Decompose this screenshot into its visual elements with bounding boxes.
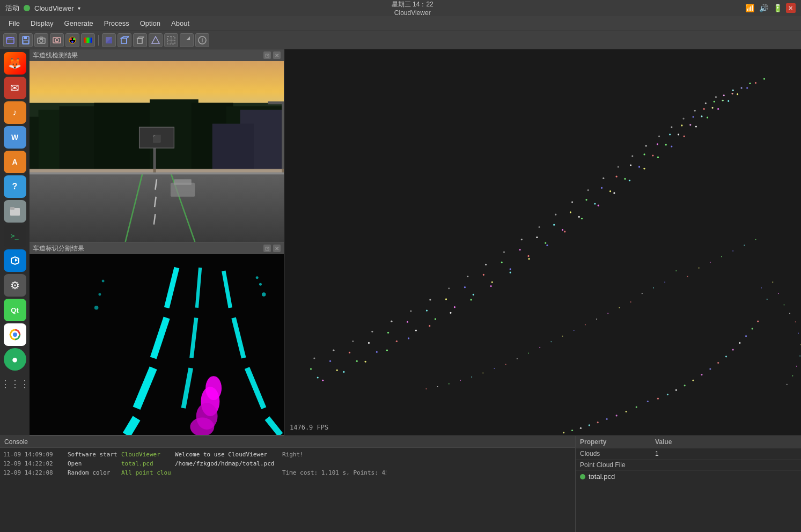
toolbar-gradient-btn[interactable] — [81, 33, 95, 47]
toolbar-shape-btn[interactable] — [149, 33, 163, 47]
svg-point-144 — [732, 90, 734, 91]
toolbar-transform-btn[interactable] — [180, 33, 194, 47]
main-content: 🦊 ✉ ♪ W A ? >_ ⚙ Qt ● — [0, 49, 801, 435]
svg-point-213 — [585, 324, 586, 325]
svg-point-221 — [494, 368, 495, 369]
dock-settings[interactable]: ⚙ — [4, 274, 26, 297]
lane-segmentation-title: 车道标识分割结果 — [33, 244, 84, 253]
svg-point-251 — [597, 422, 599, 423]
dropdown-arrow[interactable]: ▾ — [78, 5, 80, 11]
svg-point-247 — [616, 415, 618, 416]
svg-point-163 — [464, 286, 466, 288]
svg-point-127 — [609, 190, 611, 192]
prop-value-clouds: 1 — [655, 450, 797, 457]
dock-grid[interactable]: ⋮⋮⋮ — [4, 373, 26, 395]
dock-help[interactable]: ? — [4, 175, 26, 198]
dock-qt[interactable]: Qt — [4, 299, 26, 321]
fps-counter: 1476.9 FPS — [290, 424, 328, 431]
svg-point-99 — [613, 192, 615, 194]
prop-table: Property Value Clouds 1 Point Cloud File… — [576, 436, 801, 532]
svg-point-190 — [448, 287, 450, 289]
svg-rect-20 — [137, 39, 142, 43]
activity-label[interactable]: 活动 — [5, 3, 19, 13]
svg-point-159 — [536, 237, 538, 238]
dock-text-editor[interactable]: A — [4, 151, 26, 173]
svg-point-202 — [653, 287, 654, 289]
menu-process[interactable]: Process — [100, 18, 134, 29]
svg-point-122 — [678, 134, 679, 135]
console-extra-2: Time cost: 1.101 s, Points: 454420 — [279, 469, 386, 477]
toolbar-open-btn[interactable] — [3, 33, 17, 47]
network-icon[interactable]: 📶 — [744, 2, 756, 14]
svg-point-153 — [630, 164, 631, 166]
volume-icon[interactable]: 🔊 — [758, 2, 770, 14]
svg-point-82 — [102, 279, 105, 282]
menu-display[interactable]: Display — [26, 18, 58, 29]
close-button[interactable]: ✕ — [786, 3, 796, 13]
svg-point-120 — [701, 115, 702, 117]
time-label: 14：22 — [413, 1, 433, 8]
cloudviewer-dot — [24, 5, 30, 11]
lane-detection-restore-btn[interactable]: ⊡ — [263, 51, 271, 59]
console-file-1: total.pcd — [118, 460, 172, 468]
dock-email[interactable]: ✉ — [4, 77, 26, 99]
lane-detection-window: 车道线检测结果 ⊡ ✕ — [30, 49, 284, 242]
toolbar-info-btn[interactable]: i — [195, 33, 209, 47]
svg-point-265 — [757, 321, 759, 322]
toolbar-box-btn[interactable] — [133, 33, 147, 47]
dock-terminal[interactable]: >_ — [4, 225, 26, 247]
svg-point-185 — [539, 226, 540, 228]
dock-vscode[interactable] — [4, 249, 26, 272]
dock-music[interactable]: ♪ — [4, 101, 26, 124]
svg-point-145 — [723, 94, 725, 96]
svg-point-117 — [732, 93, 733, 94]
svg-point-124 — [652, 154, 653, 156]
svg-rect-59 — [268, 101, 284, 104]
svg-point-232 — [783, 304, 784, 305]
console-file-2: All point clous — [118, 469, 172, 477]
svg-point-168 — [368, 342, 370, 344]
svg-point-262 — [739, 342, 740, 344]
toolbar-screenshot-btn[interactable] — [50, 33, 64, 47]
svg-point-189 — [467, 276, 468, 277]
svg-point-200 — [664, 282, 665, 283]
dock-writer[interactable]: W — [4, 126, 26, 149]
toolbar-save-btn[interactable] — [19, 33, 33, 47]
time-weekday: 星期三 14：22 — [392, 0, 433, 9]
svg-point-173 — [705, 102, 707, 104]
toolbar-cube-wire-btn[interactable] — [117, 33, 131, 47]
battery-icon[interactable]: 🔋 — [772, 2, 784, 14]
lane-detection-content: ⬛ — [30, 61, 284, 242]
dock-chrome[interactable] — [4, 323, 26, 346]
svg-point-252 — [693, 380, 694, 381]
svg-point-81 — [262, 292, 266, 296]
console-title: Console — [4, 438, 28, 446]
dock-files[interactable] — [4, 200, 26, 223]
toolbar-select-btn[interactable] — [164, 33, 178, 47]
svg-point-134 — [491, 282, 493, 283]
app-name-label[interactable]: CloudViewer — [34, 4, 74, 12]
svg-point-191 — [429, 299, 431, 300]
lane-seg-close-btn[interactable]: ✕ — [273, 245, 281, 252]
toolbar-color-btn[interactable] — [65, 33, 79, 47]
svg-point-182 — [587, 189, 589, 191]
dock-firefox[interactable]: 🦊 — [4, 52, 26, 75]
prop-file-item[interactable]: total.pcd — [576, 471, 801, 482]
dock-green-app[interactable]: ● — [4, 348, 26, 371]
lane-detection-close-btn[interactable]: ✕ — [273, 51, 281, 59]
lane-segmentation-titlebar: 车道标识分割结果 ⊡ ✕ — [30, 242, 284, 254]
top-bar-center: 星期三 14：22 CloudViewer — [392, 0, 433, 17]
point-cloud-view[interactable]: road surface points cluster 1476.9 FPS — [284, 49, 801, 435]
menu-file[interactable]: File — [4, 18, 24, 29]
svg-point-263 — [745, 335, 747, 337]
toolbar-cube-solid-btn[interactable] — [102, 33, 116, 47]
lane-seg-restore-btn[interactable]: ⊡ — [263, 245, 271, 252]
menu-generate[interactable]: Generate — [60, 18, 98, 29]
console-header: Console — [0, 436, 575, 448]
toolbar-camera-btn[interactable] — [34, 33, 48, 47]
console-log[interactable]: 11-09 14:09:09 Software start CloudViewe… — [0, 448, 575, 532]
menu-option[interactable]: Option — [136, 18, 165, 29]
svg-point-113 — [343, 371, 344, 373]
svg-point-244 — [657, 398, 659, 400]
menu-about[interactable]: About — [167, 18, 194, 29]
